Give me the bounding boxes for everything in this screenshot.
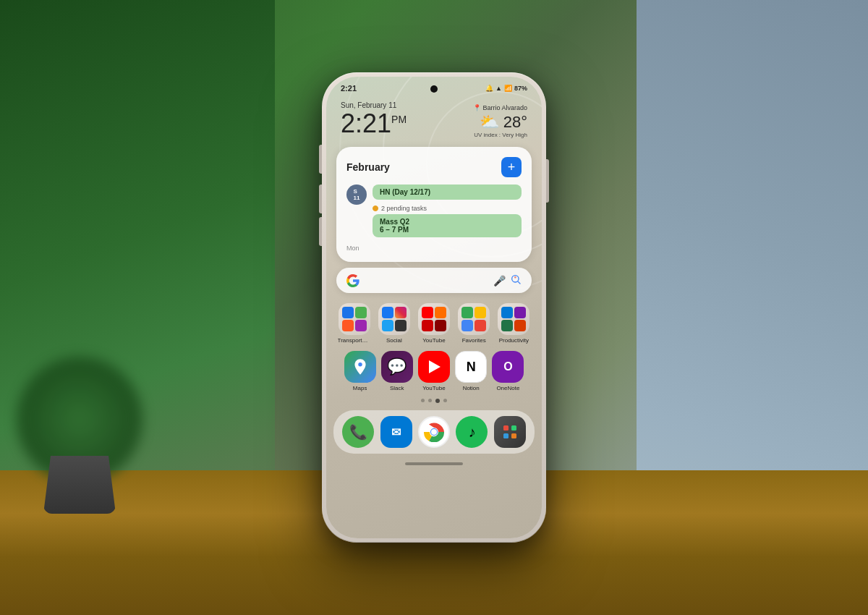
time-display: 2:21PM bbox=[341, 111, 407, 137]
svg-rect-9 bbox=[511, 433, 516, 438]
search-bar[interactable]: 🎤 bbox=[336, 268, 532, 293]
mini-app-ig bbox=[395, 307, 407, 318]
folder-icon-social bbox=[378, 303, 410, 335]
folder-productivity[interactable]: Productivity bbox=[496, 303, 532, 344]
dock-phone[interactable]: 📞 bbox=[341, 416, 375, 448]
phone-device: 2:21 🔔 ▲ 📶 87% Sun, February 11 2:21PM bbox=[322, 72, 546, 543]
svg-point-2 bbox=[358, 362, 362, 366]
notification-icon: 🔔 bbox=[485, 85, 493, 92]
cal-events: HN (Day 12/17) 2 pending tasks Mass Q2 6… bbox=[373, 184, 522, 240]
time-ampm: PM bbox=[391, 114, 407, 125]
cal-event-mass[interactable]: Mass Q2 6 – 7 PM bbox=[373, 214, 522, 237]
weather-icon: ⛅ bbox=[480, 113, 499, 131]
folder-label-social: Social bbox=[386, 337, 402, 344]
cal-day-label: Mon bbox=[346, 245, 522, 252]
event2-time: 6 – 7 PM bbox=[380, 226, 409, 234]
clock-widget: Sun, February 11 2:21PM 📍 Barrio Alvarad… bbox=[326, 96, 542, 141]
app-slack[interactable]: 💬 Slack bbox=[380, 351, 413, 391]
mini-app-3 bbox=[342, 320, 354, 331]
app-label-slack: Slack bbox=[390, 385, 404, 391]
mini-app-prod4 bbox=[514, 320, 526, 331]
app-icon-maps bbox=[344, 351, 376, 383]
app-label-maps: Maps bbox=[353, 385, 367, 391]
cal-event-row-1: S11 HN (Day 12/17) 2 pending tasks Mass … bbox=[346, 184, 522, 240]
app-onenote[interactable]: O OneNote bbox=[492, 351, 524, 391]
signal-icon: 📶 bbox=[504, 85, 512, 92]
mini-app-fav2 bbox=[475, 307, 486, 318]
page-dots bbox=[326, 394, 542, 407]
folder-favorites[interactable]: Favorites bbox=[456, 303, 492, 344]
task-dot-icon bbox=[373, 205, 378, 211]
dock-icon-more bbox=[494, 416, 526, 448]
app-icons-row: Maps 💬 Slack YouTube bbox=[326, 348, 542, 394]
cal-month-title: February bbox=[346, 161, 390, 173]
mic-icon[interactable]: 🎤 bbox=[493, 275, 506, 287]
app-icon-notion: N bbox=[455, 351, 487, 383]
app-label-onenote: OneNote bbox=[496, 385, 519, 391]
mini-app-yt4 bbox=[435, 320, 446, 331]
mini-app-yt2 bbox=[435, 307, 446, 318]
folder-label-transportation: Transportat... bbox=[338, 337, 371, 344]
folder-label-youtube: YouTube bbox=[422, 337, 445, 344]
phone-body: 2:21 🔔 ▲ 📶 87% Sun, February 11 2:21PM bbox=[322, 72, 546, 543]
folder-transportation[interactable]: Transportat... bbox=[336, 303, 372, 344]
temperature: ⛅ 28° bbox=[473, 113, 527, 132]
mini-app-prod3 bbox=[501, 320, 513, 331]
lens-icon[interactable] bbox=[510, 273, 522, 287]
dock-chrome[interactable] bbox=[417, 416, 451, 448]
cal-avatar: S11 bbox=[346, 184, 367, 205]
dock-icon-outlook: ✉ bbox=[380, 416, 412, 448]
folder-social[interactable]: Social bbox=[376, 303, 412, 344]
dock-icon-chrome bbox=[418, 416, 450, 448]
svg-rect-8 bbox=[503, 433, 509, 438]
avatar-label: S11 bbox=[354, 188, 360, 201]
svg-point-5 bbox=[431, 429, 437, 435]
plant-decoration bbox=[29, 355, 130, 514]
wifi-icon: ▲ bbox=[495, 85, 502, 92]
task-label: 2 pending tasks bbox=[381, 205, 427, 212]
folder-label-productivity: Productivity bbox=[499, 337, 529, 344]
mini-app-yt bbox=[422, 307, 433, 318]
mini-app-fb bbox=[382, 307, 393, 318]
dock-spotify[interactable]: ♪ bbox=[454, 416, 489, 448]
app-youtube[interactable]: YouTube bbox=[417, 351, 450, 391]
mini-app-yt3 bbox=[422, 320, 433, 331]
app-label-youtube: YouTube bbox=[422, 385, 445, 391]
time-hours: 2:21 bbox=[341, 109, 391, 138]
youtube-play-icon bbox=[429, 360, 441, 373]
dot-2 bbox=[428, 399, 432, 402]
uv-index: UV index : Very High bbox=[473, 132, 527, 138]
app-folders-row: Transportat... Social bbox=[326, 299, 542, 348]
mini-app-2 bbox=[355, 307, 367, 318]
dock-outlook[interactable]: ✉ bbox=[378, 416, 413, 448]
dot-4 bbox=[443, 399, 447, 402]
dock-more[interactable] bbox=[493, 416, 527, 448]
dock-icon-spotify: ♪ bbox=[456, 416, 488, 448]
status-icons: 🔔 ▲ 📶 87% bbox=[485, 85, 527, 92]
cal-add-button[interactable]: + bbox=[501, 157, 522, 177]
clock-right: 📍 Barrio Alvarado ⛅ 28° UV index : Very … bbox=[473, 101, 527, 138]
app-maps[interactable]: Maps bbox=[344, 351, 376, 391]
app-icon-slack: 💬 bbox=[381, 351, 413, 383]
app-notion[interactable]: N Notion bbox=[455, 351, 488, 391]
mini-app-tw bbox=[382, 320, 393, 331]
clock-left: Sun, February 11 2:21PM bbox=[341, 101, 407, 137]
app-icon-onenote: O bbox=[492, 351, 524, 383]
svg-rect-6 bbox=[503, 425, 509, 430]
google-logo bbox=[346, 274, 359, 287]
mini-app-fav4 bbox=[475, 320, 486, 331]
home-indicator[interactable] bbox=[405, 462, 463, 465]
folder-label-favorites: Favorites bbox=[462, 337, 486, 344]
mini-app-4 bbox=[355, 320, 367, 331]
dot-3-active bbox=[435, 399, 440, 403]
temp-value: 28° bbox=[503, 113, 527, 131]
svg-rect-7 bbox=[511, 425, 516, 430]
folder-youtube[interactable]: YouTube bbox=[416, 303, 451, 344]
cal-event-hn[interactable]: HN (Day 12/17) bbox=[373, 184, 522, 200]
camera-cutout bbox=[430, 85, 438, 93]
event2-title: Mass Q2 bbox=[380, 218, 409, 226]
dock-icon-phone: 📞 bbox=[342, 416, 374, 448]
cal-header: February + bbox=[346, 157, 522, 177]
calendar-widget[interactable]: February + S11 HN (Day 12/17) 2 pending … bbox=[336, 147, 532, 262]
mini-app-fav3 bbox=[461, 320, 473, 331]
